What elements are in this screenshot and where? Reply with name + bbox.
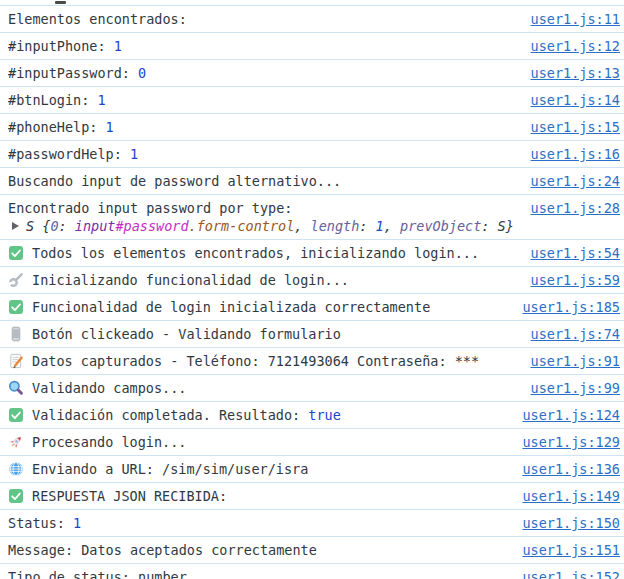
object-preview-text: S {0: input#password.form-control, lengt… — [26, 218, 514, 234]
log-text: Status: 1 — [8, 515, 514, 531]
log-message: Status: 1 — [8, 515, 514, 531]
log-text-part: #btnLogin: — [8, 92, 97, 108]
preview-part: 1 — [376, 218, 384, 234]
log-value: 1 — [114, 38, 122, 54]
log-text: Enviando a URL: /sim/sim/user/isra — [32, 461, 514, 477]
log-message: #phoneHelp: 1 — [8, 119, 523, 135]
source-link[interactable]: user1.js:185 — [522, 299, 620, 315]
log-text: Tipo de status: number — [8, 569, 514, 579]
log-text-part: Validando campos... — [32, 380, 186, 396]
source-link[interactable]: user1.js:136 — [522, 461, 620, 477]
preview-part: input — [75, 218, 116, 234]
clipped-row — [0, 0, 624, 6]
log-text: Botón clickeado - Validando formulario — [32, 326, 523, 342]
search-icon — [8, 380, 24, 396]
log-text-part: Tipo de status: number — [8, 569, 187, 579]
source-link[interactable]: user1.js:54 — [531, 245, 620, 261]
console-row: Validando campos... user1.js:99 — [0, 375, 624, 402]
preview-part: : — [481, 218, 497, 234]
console-row: Status: 1 user1.js:150 — [0, 510, 624, 537]
console-row: Tipo de status: number user1.js:152 — [0, 564, 624, 579]
check-mark-icon — [8, 488, 24, 504]
source-link[interactable]: user1.js:151 — [522, 542, 620, 558]
log-text-part: #passwordHelp: — [8, 146, 130, 162]
source-link[interactable]: user1.js:59 — [531, 272, 620, 288]
log-message: Botón clickeado - Validando formulario — [32, 326, 523, 342]
preview-part: prevObject — [400, 218, 481, 234]
source-link[interactable]: user1.js:13 — [531, 65, 620, 81]
check-mark-icon — [8, 299, 24, 315]
log-value: 1 — [130, 146, 138, 162]
console-row: Funcionalidad de login inicializada corr… — [0, 294, 624, 321]
log-message: Datos capturados - Teléfono: 7121493064 … — [32, 353, 523, 369]
source-link[interactable]: user1.js:16 — [531, 146, 620, 162]
log-message: Tipo de status: number — [8, 569, 514, 579]
log-text: Todos los elementos encontrados, inicial… — [32, 245, 523, 261]
source-link[interactable]: user1.js:149 — [522, 488, 620, 504]
disclosure-triangle-icon[interactable] — [12, 222, 19, 230]
log-text: Inicializando funcionalidad de login... — [32, 272, 523, 288]
source-link[interactable]: user1.js:124 — [522, 407, 620, 423]
log-value: 1 — [73, 515, 81, 531]
preview-part: : — [359, 218, 375, 234]
preview-part: S — [26, 218, 42, 234]
log-value: true — [308, 407, 341, 423]
object-preview[interactable]: S {0: input#password.form-control, lengt… — [8, 218, 523, 234]
console-row: #inputPassword: 0 user1.js:13 — [0, 60, 624, 87]
mobile-phone-icon — [8, 326, 24, 342]
log-text-part: Status: — [8, 515, 73, 531]
log-message: Todos los elementos encontrados, inicial… — [32, 245, 523, 261]
log-text: Procesando login... — [32, 434, 514, 450]
source-link[interactable]: user1.js:74 — [531, 326, 620, 342]
console-row: #inputPhone: 1 user1.js:12 — [0, 33, 624, 60]
log-value: 0 — [138, 65, 146, 81]
preview-part: length — [311, 218, 360, 234]
source-link[interactable]: user1.js:129 — [522, 434, 620, 450]
source-link[interactable]: user1.js:11 — [531, 11, 620, 27]
log-message: RESPUESTA JSON RECIBIDA: — [32, 488, 514, 504]
wrench-icon — [8, 272, 24, 288]
log-text-part: RESPUESTA JSON RECIBIDA: — [32, 488, 227, 504]
log-text: #phoneHelp: 1 — [8, 119, 523, 135]
log-text-part: Datos capturados - Teléfono: 7121493064 … — [32, 353, 479, 369]
log-text: Funcionalidad de login inicializada corr… — [32, 299, 514, 315]
memo-icon — [8, 353, 24, 369]
clipped-text-fragment — [55, 1, 66, 4]
log-message: Encontrado input password por type: S {0… — [8, 200, 523, 234]
source-link[interactable]: user1.js:28 — [531, 200, 620, 216]
source-link[interactable]: user1.js:91 — [531, 353, 620, 369]
log-text-part: Elementos encontrados: — [8, 11, 187, 27]
console-row: Buscando input de password alternativo..… — [0, 168, 624, 195]
source-link[interactable]: user1.js:15 — [531, 119, 620, 135]
console-row: Encontrado input password por type: S {0… — [0, 195, 624, 240]
source-link[interactable]: user1.js:24 — [531, 173, 620, 189]
log-text: Encontrado input password por type: — [8, 200, 523, 216]
log-message: Procesando login... — [32, 434, 514, 450]
console-row: Todos los elementos encontrados, inicial… — [0, 240, 624, 267]
globe-icon — [8, 461, 24, 477]
console-row: Botón clickeado - Validando formulario u… — [0, 321, 624, 348]
log-message: Validando campos... — [32, 380, 523, 396]
source-link[interactable]: user1.js:150 — [522, 515, 620, 531]
preview-part: .form-control — [189, 218, 295, 234]
log-text: Validación completada. Resultado: true — [32, 407, 514, 423]
devtools-console-log: Elementos encontrados: user1.js:11 #inpu… — [0, 0, 624, 579]
source-link[interactable]: user1.js:14 — [531, 92, 620, 108]
log-value: 1 — [106, 119, 114, 135]
log-text-part: #inputPhone: — [8, 38, 114, 54]
source-link[interactable]: user1.js:99 — [531, 380, 620, 396]
log-text: #passwordHelp: 1 — [8, 146, 523, 162]
source-link[interactable]: user1.js:152 — [522, 569, 620, 579]
log-text-part: Enviando a URL: /sim/sim/user/isra — [32, 461, 308, 477]
console-row: RESPUESTA JSON RECIBIDA: user1.js:149 — [0, 483, 624, 510]
log-message: Funcionalidad de login inicializada corr… — [32, 299, 514, 315]
log-message: #inputPhone: 1 — [8, 38, 523, 54]
console-rows: Elementos encontrados: user1.js:11 #inpu… — [0, 6, 624, 579]
log-text: Message: Datos aceptados correctamente — [8, 542, 514, 558]
log-text-part: Funcionalidad de login inicializada corr… — [32, 299, 430, 315]
preview-part: S — [498, 218, 506, 234]
log-text-part: Validación completada. Resultado: — [32, 407, 308, 423]
log-text-part: Message: Datos aceptados correctamente — [8, 542, 317, 558]
log-text-part: #phoneHelp: — [8, 119, 106, 135]
source-link[interactable]: user1.js:12 — [531, 38, 620, 54]
